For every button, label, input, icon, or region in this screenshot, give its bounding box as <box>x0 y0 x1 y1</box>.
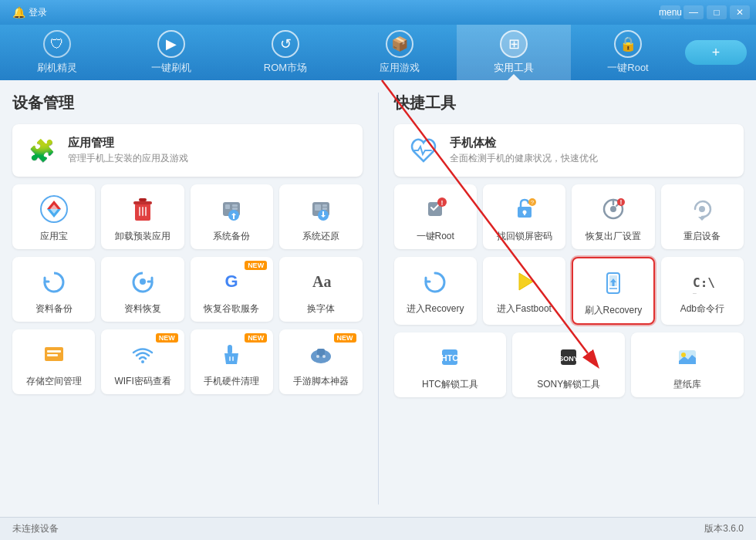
svg-rect-15 <box>322 204 327 207</box>
app-management-text: 应用管理 管理手机上安装的应用及游戏 <box>68 136 188 165</box>
app-management-desc: 管理手机上安装的应用及游戏 <box>68 152 188 165</box>
tool-storage-manager[interactable]: 存储空间管理 <box>12 329 95 394</box>
wifi-password-badge: NEW <box>156 333 178 343</box>
tool-wifi-password[interactable]: NEW WIFI密码查看 <box>101 329 184 394</box>
rom-market-icon: ↺ <box>272 30 299 58</box>
version-info: 版本3.6.0 <box>704 522 744 535</box>
nav-one-click-root-label: 一键Root <box>607 61 648 75</box>
connection-status: 未连接设备 <box>12 522 59 535</box>
health-check-name: 手机体检 <box>450 136 598 150</box>
tool-wifi-password-label: WIFI密码查看 <box>114 375 170 388</box>
tool-google-service[interactable]: NEW G 恢复谷歌服务 <box>191 257 273 322</box>
hardware-clean-badge: NEW <box>245 333 267 343</box>
menu-button[interactable]: menu <box>660 5 680 19</box>
tool-hardware-clean[interactable]: NEW 手机硬件清理 <box>191 329 273 394</box>
flash-recovery-icon <box>596 266 630 300</box>
wifi-password-icon <box>126 337 160 371</box>
svg-rect-4 <box>139 207 140 216</box>
close-button[interactable]: ✕ <box>730 5 750 19</box>
nav-app-games[interactable]: 📦 应用游戏 <box>343 25 457 80</box>
nav-one-click-root[interactable]: 🔒 一键Root <box>571 25 685 80</box>
quick-tool-sony[interactable]: SONY SONY解锁工具 <box>512 332 625 397</box>
quick-tool-adb[interactable]: C:\ _ Adb命令行 <box>661 257 744 325</box>
one-click-flash-icon: ▶ <box>157 30 185 58</box>
left-panel: 设备管理 🧩 应用管理 管理手机上安装的应用及游戏 <box>12 93 363 505</box>
enter-recovery-icon <box>418 265 452 299</box>
nav-flash-wizard-label: 刷机精灵 <box>37 61 77 75</box>
nav-one-click-flash[interactable]: ▶ 一键刷机 <box>114 25 228 80</box>
svg-text:_: _ <box>693 287 697 294</box>
login-label[interactable]: 登录 <box>29 6 47 19</box>
quick-tool-unlock-screen[interactable]: ? 找回锁屏密码 <box>483 184 565 249</box>
tool-app-store[interactable]: 应用宝 <box>12 184 95 249</box>
svg-rect-14 <box>315 204 321 211</box>
health-check-desc: 全面检测手机的健康状况，快速优化 <box>450 152 598 165</box>
quick-tool-factory-reset[interactable]: ! 恢复出厂设置 <box>572 184 654 249</box>
svg-rect-5 <box>142 207 143 216</box>
google-service-icon: G <box>214 265 248 299</box>
tool-change-font-label: 换字体 <box>307 302 335 316</box>
title-bar: 🔔 登录 menu — □ ✕ <box>0 0 756 25</box>
svg-rect-27 <box>229 356 231 361</box>
maximize-button[interactable]: □ <box>707 5 727 19</box>
svg-rect-24 <box>47 354 58 356</box>
svg-rect-28 <box>232 356 234 361</box>
wallpaper-icon <box>670 340 704 374</box>
storage-manager-icon <box>37 337 71 371</box>
app-management-card[interactable]: 🧩 应用管理 管理手机上安装的应用及游戏 <box>12 124 363 177</box>
game-assistant-badge: NEW <box>334 333 356 343</box>
nav-flash-wizard[interactable]: 🛡 刷机精灵 <box>0 25 114 80</box>
game-assistant-icon <box>304 337 338 371</box>
svg-point-25 <box>141 360 144 363</box>
nav-bar: 🛡 刷机精灵 ▶ 一键刷机 ↺ ROM市场 📦 应用游戏 ⊞ 实用工具 🔒 一键… <box>0 25 756 80</box>
tool-hardware-clean-label: 手机硬件清理 <box>204 375 259 388</box>
utility-tools-icon: ⊞ <box>500 30 528 58</box>
svg-text:HTC: HTC <box>441 353 459 363</box>
enter-fastboot-label: 进入Fastboot <box>497 302 552 316</box>
health-check-card[interactable]: 手机体检 全面检测手机的健康状况，快速优化 <box>394 124 744 177</box>
svg-rect-6 <box>145 207 147 216</box>
nav-rom-market[interactable]: ↺ ROM市场 <box>228 25 343 80</box>
htc-label: HTC解锁工具 <box>422 378 478 391</box>
sony-icon: SONY <box>552 340 586 374</box>
add-device-button[interactable]: + <box>685 40 747 65</box>
quick-tool-enter-fastboot[interactable]: 进入Fastboot <box>483 257 565 325</box>
window-controls: menu — □ ✕ <box>660 5 750 19</box>
quick-tool-flash-recovery[interactable]: 刷入Recovery <box>572 257 654 325</box>
svg-rect-12 <box>233 215 235 219</box>
quick-tool-root[interactable]: ! 一键Root <box>394 184 477 249</box>
login-area[interactable]: 🔔 登录 <box>12 6 47 19</box>
panel-divider <box>378 93 379 505</box>
nav-one-click-flash-label: 一键刷机 <box>151 61 191 75</box>
main-content: 设备管理 🧩 应用管理 管理手机上安装的应用及游戏 <box>0 80 756 517</box>
enter-recovery-label: 进入Recovery <box>407 302 464 316</box>
nav-utility-tools[interactable]: ⊞ 实用工具 <box>457 25 571 80</box>
tool-change-font[interactable]: Aa 换字体 <box>279 257 362 322</box>
factory-reset-icon: ! <box>596 192 630 226</box>
app-store-icon <box>37 192 71 226</box>
svg-rect-18 <box>322 211 324 215</box>
sony-label: SONY解锁工具 <box>537 378 600 391</box>
tool-system-restore[interactable]: 系统还原 <box>279 184 362 249</box>
factory-reset-label: 恢复出厂设置 <box>586 230 641 243</box>
change-font-icon: Aa <box>304 265 338 299</box>
tool-game-assistant[interactable]: NEW 手游脚本神器 <box>279 329 362 394</box>
minimize-button[interactable]: — <box>683 5 704 19</box>
svg-point-31 <box>316 355 319 358</box>
svg-rect-26 <box>228 345 232 354</box>
quick-tool-htc[interactable]: HTC HTC解锁工具 <box>394 332 507 397</box>
tool-data-recovery[interactable]: 资料恢复 <box>101 257 184 322</box>
unlock-screen-icon: ? <box>508 192 542 226</box>
svg-rect-2 <box>133 201 152 204</box>
quick-tool-enter-recovery[interactable]: 进入Recovery <box>394 257 477 325</box>
quick-tool-reboot[interactable]: 重启设备 <box>661 184 744 249</box>
one-click-root-icon: 🔒 <box>614 30 642 58</box>
tool-data-backup[interactable]: 资料备份 <box>12 257 95 322</box>
tools-grid-row1: 应用宝 卸载预装应用 <box>12 184 363 249</box>
tool-system-backup[interactable]: 系统备份 <box>191 184 273 249</box>
tool-uninstall[interactable]: 卸载预装应用 <box>101 184 184 249</box>
quick-tool-wallpaper[interactable]: 壁纸库 <box>631 332 744 397</box>
unlock-screen-label: 找回锁屏密码 <box>497 230 552 243</box>
svg-point-57 <box>681 353 686 357</box>
svg-point-19 <box>140 278 146 285</box>
